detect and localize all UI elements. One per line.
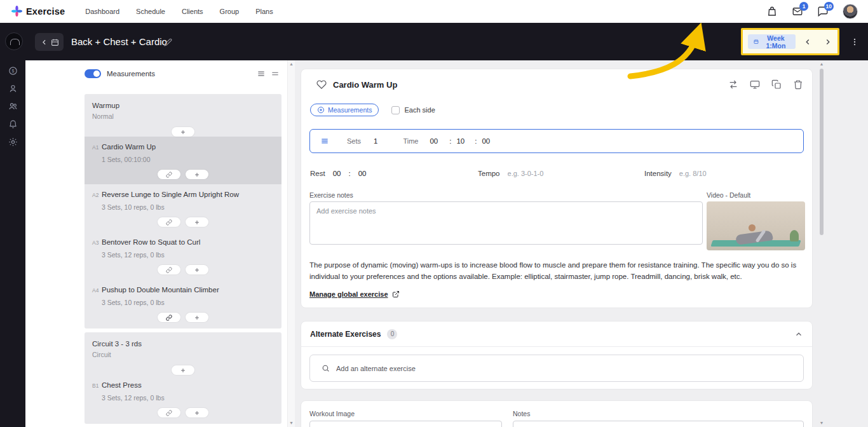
unlink-button[interactable]	[158, 217, 180, 227]
exercise-item-b1[interactable]: B1 Chest Press 3 Sets, 12 reps, 0 lbs	[85, 375, 281, 423]
collapse-chevron-up-icon[interactable]	[794, 330, 803, 339]
delete-trash-icon[interactable]	[793, 79, 803, 90]
tempo-input[interactable]	[508, 170, 565, 177]
scroll-down-icon[interactable]: ▼	[289, 421, 294, 426]
week-selector-button[interactable]: Week 1:Mon	[748, 34, 796, 49]
brand[interactable]: Exercise	[11, 6, 65, 17]
exercise-item-a1[interactable]: A1 Cardio Warm Up 1 Sets, 00:10:00	[85, 137, 281, 184]
nav-dashboard[interactable]: Dashboard	[85, 8, 119, 15]
app-window: Exercise Dashboard Schedule Clients Grou…	[0, 0, 868, 427]
time-label: Time	[403, 137, 418, 145]
prev-day-icon[interactable]	[803, 37, 812, 46]
time-seconds-value[interactable]: 00	[482, 137, 490, 145]
add-exercise-button[interactable]	[186, 408, 208, 417]
section-header: Circuit 3 - 3 rds Circuit	[85, 332, 281, 358]
groups-icon[interactable]	[0, 97, 25, 115]
exercise-title: Cardio Warm Up	[333, 80, 397, 90]
favorite-heart-icon[interactable]	[316, 79, 327, 90]
back-button-group[interactable]	[35, 33, 64, 51]
workout-meta-card: Workout Image Notes	[301, 400, 813, 427]
intensity-input[interactable]	[679, 170, 736, 177]
nav-schedule[interactable]: Schedule	[136, 8, 165, 15]
exercise-code: A2	[92, 191, 102, 211]
mail-icon[interactable]: 1	[792, 6, 803, 17]
time-minutes-value[interactable]: 10	[456, 137, 465, 145]
unlink-button[interactable]	[158, 408, 180, 417]
video-display-icon[interactable]	[750, 79, 760, 90]
workout-title: Back + Chest + Cardio	[71, 23, 167, 60]
user-avatar[interactable]	[843, 4, 858, 19]
scroll-down-icon[interactable]: ▼	[820, 421, 824, 426]
time-hours-value[interactable]: 00	[430, 137, 438, 145]
list-menu-icon[interactable]	[257, 69, 266, 78]
exercise-item-a4[interactable]: A4 Pushup to Double Mountain Climber 3 S…	[85, 280, 281, 327]
section-circuit: Circuit 3 - 3 rds Circuit B1 Chest Press…	[85, 332, 281, 424]
client-icon[interactable]	[0, 79, 25, 97]
exercise-name: Cardio Warm Up	[102, 143, 156, 151]
duplicate-icon[interactable]	[771, 79, 782, 90]
exercise-item-a3[interactable]: A3 Bentover Row to Squat to Curl 3 Sets,…	[85, 232, 281, 280]
nav-clients[interactable]: Clients	[182, 8, 203, 15]
video-thumbnail[interactable]	[707, 201, 805, 250]
next-day-icon[interactable]	[824, 37, 832, 46]
alternate-count-badge: 0	[387, 329, 397, 339]
set-row[interactable]: Sets 1 Time 00 : 10 : 00	[309, 129, 804, 153]
manage-global-exercise-link[interactable]: Manage global exercise	[309, 290, 400, 298]
exercise-detail: 3 Sets, 12 reps, 0 lbs	[102, 394, 165, 402]
unlink-button[interactable]	[158, 170, 180, 179]
scroll-up-icon[interactable]: ▲	[289, 62, 294, 67]
section-title: Circuit 3 - 3 rds	[92, 340, 274, 348]
drag-handle-icon[interactable]	[320, 137, 329, 146]
measurements-button[interactable]: Measurements	[310, 104, 379, 116]
workout-notes-input[interactable]	[513, 421, 804, 427]
measurements-toggle-label: Measurements	[107, 70, 155, 78]
swap-exercise-icon[interactable]	[728, 79, 738, 90]
scrollbar-thumb[interactable]	[820, 69, 824, 235]
rest-seconds-value[interactable]: 00	[358, 170, 367, 177]
sets-value[interactable]: 1	[374, 137, 377, 145]
each-side-checkbox[interactable]	[391, 106, 400, 114]
exercise-item-a2[interactable]: A2 Reverse Lunge to Single Arm Upright R…	[85, 184, 281, 232]
org-logo[interactable]	[5, 32, 23, 50]
scroll-up-icon[interactable]: ▲	[820, 62, 824, 67]
edit-title-icon[interactable]	[164, 37, 172, 46]
exercise-name: Chest Press	[102, 381, 165, 390]
tempo-label: Tempo	[478, 170, 500, 177]
chat-icon[interactable]: 10	[817, 6, 829, 17]
add-exercise-button[interactable]	[172, 365, 194, 375]
editor-scrollbar[interactable]: ▲ ▼	[818, 60, 825, 427]
left-panel-scrollbar[interactable]: ▲ ▼	[287, 60, 295, 427]
notifications-bell-icon[interactable]	[0, 115, 25, 133]
add-exercise-button[interactable]	[186, 217, 208, 227]
alternate-search-box[interactable]	[309, 355, 804, 382]
store-bag-icon[interactable]	[766, 6, 778, 17]
collapse-all-icon[interactable]	[271, 69, 280, 78]
alternate-search-input[interactable]	[336, 365, 792, 372]
nav-group[interactable]: Group	[220, 8, 240, 15]
settings-gear-icon[interactable]	[0, 133, 25, 151]
more-options-icon[interactable]	[850, 37, 859, 47]
week-selector-label: Week 1:Mon	[762, 34, 790, 50]
measurements-toggle[interactable]	[85, 69, 101, 78]
add-exercise-button[interactable]	[186, 313, 208, 322]
exercise-detail: 3 Sets, 10 reps, 0 lbs	[102, 203, 239, 211]
add-exercise-button[interactable]	[172, 127, 194, 137]
svg-text:$: $	[11, 69, 14, 73]
video-label: Video - Default	[707, 191, 805, 199]
rest-minutes-value[interactable]: 00	[333, 170, 341, 177]
top-navbar: Exercise Dashboard Schedule Clients Grou…	[0, 0, 868, 23]
exercise-detail-card: Cardio Warm Up Measurements Each side	[301, 69, 813, 308]
link-button[interactable]	[158, 313, 180, 322]
exercise-name: Bentover Row to Squat to Curl	[102, 238, 200, 247]
workout-header: Back + Chest + Cardio Week 1:Mon	[0, 23, 868, 60]
add-exercise-button[interactable]	[186, 170, 208, 179]
nav-plans[interactable]: Plans	[255, 8, 273, 15]
add-exercise-button[interactable]	[186, 265, 208, 274]
exercise-detail: 1 Sets, 00:10:00	[102, 156, 156, 163]
unlink-button[interactable]	[158, 265, 180, 274]
primary-nav: Dashboard Schedule Clients Group Plans	[85, 8, 273, 15]
billing-icon[interactable]: $	[0, 62, 25, 79]
workout-image-input[interactable]	[309, 421, 502, 427]
search-icon	[322, 364, 330, 372]
exercise-notes-input[interactable]	[309, 201, 703, 245]
